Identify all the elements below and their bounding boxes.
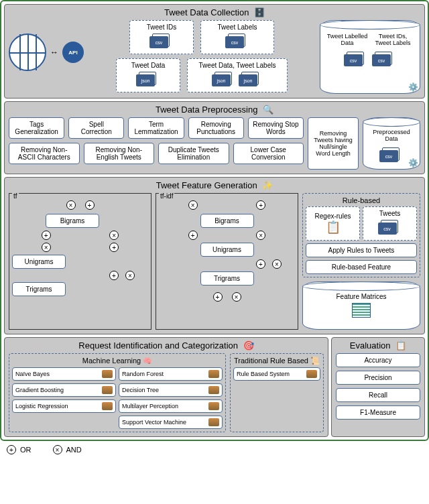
rules-icon: 📋 (326, 220, 341, 235)
and-icon (53, 445, 62, 454)
evaluation-title-text: Evaluation (350, 340, 391, 351)
legend-or-label: OR (20, 446, 32, 454)
diagram-outer: Tweet Data Collection 🗄️ ↔ API Tweet IDs… (0, 0, 429, 441)
rulebased-feature-box: Rule-based Feature (306, 260, 417, 274)
preprocessing-title: Tweet Data Preprocessing 🔍 (9, 105, 420, 115)
evaluation-title: Evaluation 📋 (336, 340, 420, 351)
ml-mlp-label: Multilayer Perception (122, 403, 178, 410)
brain-icon: 🧠 (143, 357, 152, 365)
db-labelled-data: Tweet Labelled Data Tweet IDs, Tweet Lab… (320, 20, 420, 94)
ml-dt-label: Decision Tree (122, 387, 159, 393)
and-icon (109, 231, 119, 240)
or-icon (7, 445, 16, 454)
ml-decision-tree: Decision Tree (119, 383, 223, 397)
magnifier-icon: 🔍 (263, 105, 273, 115)
target-icon: 🎯 (243, 340, 254, 351)
prep-duplicate-elimination: Duplicate Tweets Elimination (158, 143, 229, 164)
or-icon (256, 259, 265, 269)
json-icon (239, 70, 263, 88)
ml-random-forest: Random Forest (119, 367, 223, 381)
algo-icon (102, 370, 113, 378)
ml-lr-label: Logistic Regression (15, 403, 68, 410)
legend: OR AND (0, 441, 429, 458)
section-feature: Tweet Feature Generation ✨ tf Bigrams (4, 177, 425, 334)
api-gear-icon: API (62, 42, 84, 63)
tfidf-unigrams: Unigrams (200, 243, 254, 257)
and-icon (42, 243, 51, 252)
or-icon (85, 200, 95, 210)
db-feature-matrices: Feature Matrices (302, 281, 420, 330)
json-icon (212, 70, 236, 88)
metric-f1: F1-Measure (336, 405, 420, 420)
identification-title: Request Identification and Categorizatio… (9, 340, 324, 351)
db-preprocessed: Preprocessed Data ⚙️ (363, 117, 420, 170)
identification-title-text: Request Identification and Categorizatio… (78, 340, 238, 351)
feature-matrices-label: Feature Matrices (308, 293, 414, 300)
prep-spell-correction: Spell Correction (68, 117, 124, 139)
prep-lower-case: Lower Case Conversion (233, 143, 304, 164)
metric-precision: Precision (336, 371, 420, 385)
tf-block: tf Bigrams Unigrams (9, 193, 151, 330)
or-icon (188, 231, 198, 240)
collection-title-text: Tweet Data Collection (164, 7, 249, 17)
tweets-label: Tweets (379, 210, 401, 217)
ml-gb-label: Gradient Boosting (15, 387, 64, 393)
rulebased-block: Rule-based Regex-rules 📋 Tweets Apply Ru… (302, 193, 420, 277)
tfidf-block: tf-idf Bigrams Unigrams Trigrams (156, 193, 298, 330)
json-icon (136, 70, 160, 88)
algo-icon (208, 386, 219, 394)
matrix-icon (352, 303, 371, 318)
regex-rules-label: Regex-rules (315, 212, 351, 220)
prep-removing-non-english: Removing Non-English Tweets (84, 143, 155, 164)
trad-rule-based-system: Rule Based System (233, 367, 320, 381)
tfidf-bigrams: Bigrams (200, 214, 254, 228)
tf-trigrams: Trigrams (12, 282, 66, 296)
or-icon (213, 292, 223, 302)
source-group: ↔ API (9, 20, 84, 71)
prep-removing-null-single: Removing Tweets having Null/single Word … (308, 117, 359, 170)
algo-icon (306, 370, 317, 378)
servers-icon: 🗄️ (254, 7, 265, 17)
db-left-label: Tweet Labelled Data (326, 33, 369, 46)
feature-title-text: Tweet Feature Generation (156, 180, 257, 190)
collection-title: Tweet Data Collection 🗄️ (9, 7, 420, 17)
db-preprocessed-label: Preprocessed Data (369, 129, 414, 142)
box-tweet-labels: Tweet Labels (200, 20, 274, 54)
tweet-labels-label: Tweet Labels (218, 23, 257, 31)
or-icon (109, 271, 119, 280)
tf-label: tf (12, 192, 19, 200)
globe-icon (9, 34, 46, 71)
tweet-ids-label: Tweet IDs (147, 23, 176, 31)
clipboard-icon: 📋 (395, 340, 406, 351)
tfidf-label: tf-idf (159, 192, 174, 200)
tweet-data-labels-label: Tweet Data, Tweet Labels (199, 62, 276, 69)
box-tweet-ids: Tweet IDs (129, 20, 194, 54)
prep-removing-non-ascii: Removing Non-ASCII Characters (9, 143, 80, 164)
tf-bigrams: Bigrams (46, 214, 99, 228)
ml-subsection: Machine Learning 🧠 Naïve Bayes Random Fo… (9, 353, 226, 432)
box-regex-rules: Regex-rules 📋 (306, 206, 360, 241)
box-tweets: Tweets (363, 206, 417, 241)
feature-title: Tweet Feature Generation ✨ (9, 180, 420, 190)
ml-nb-label: Naïve Bayes (15, 371, 50, 377)
legend-and-label: AND (66, 446, 82, 454)
or-icon (109, 243, 119, 252)
metric-accuracy: Accuracy (336, 353, 420, 367)
csv-icon (344, 50, 368, 68)
prep-term-lemmatization: Term Lemmatization (128, 117, 184, 139)
tf-unigrams: Unigrams (12, 255, 66, 269)
ml-logistic-regression: Logistic Regression (12, 399, 116, 413)
and-icon (232, 292, 241, 302)
sparkle-icon: ✨ (262, 180, 273, 190)
section-evaluation: Evaluation 📋 Accuracy Precision Recall F… (331, 337, 425, 437)
section-identification: Request Identification and Categorizatio… (4, 337, 328, 437)
algo-icon (102, 402, 113, 410)
prep-tags-generalization: Tags Generalization (9, 117, 64, 139)
or-icon (42, 231, 51, 240)
section-collection: Tweet Data Collection 🗄️ ↔ API Tweet IDs… (4, 4, 425, 99)
or-icon (256, 200, 265, 210)
ml-multilayer-perception: Multilayer Perception (119, 399, 223, 413)
trad-title-text: Traditional Rule Based (234, 357, 308, 365)
metric-recall: Recall (336, 388, 420, 402)
and-icon (188, 200, 198, 210)
